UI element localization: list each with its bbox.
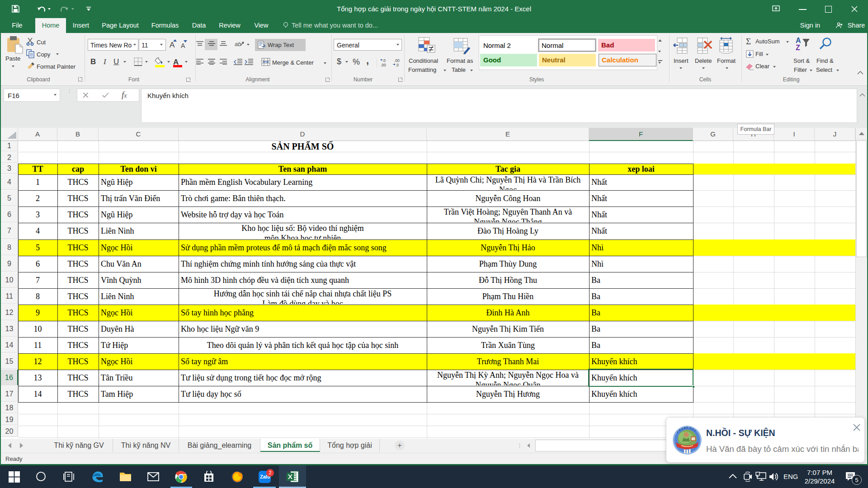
svg-text:.00: .00 [394, 58, 400, 63]
svg-text:.0: .0 [382, 58, 386, 63]
svg-text:ab: ab [235, 41, 241, 47]
svg-text:.00: .00 [381, 63, 386, 67]
svg-text:G: G [686, 426, 688, 429]
svg-text:.0: .0 [396, 63, 399, 67]
